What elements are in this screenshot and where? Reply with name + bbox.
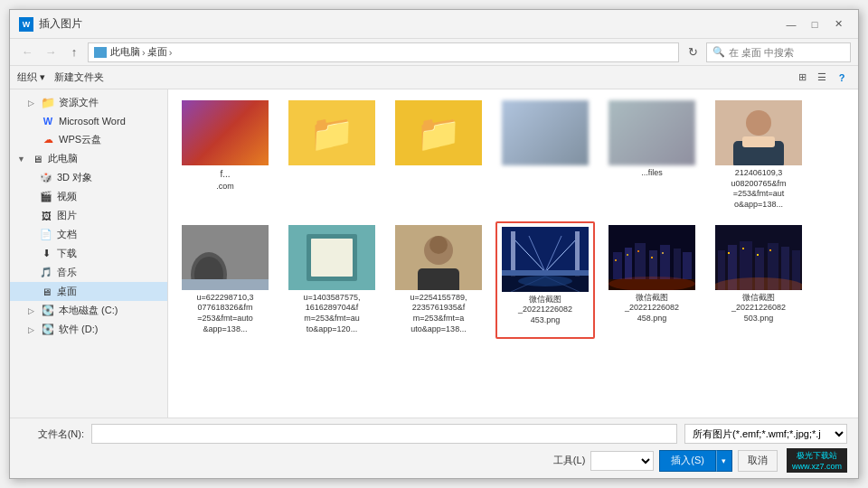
- sidebar-item-music[interactable]: 🎵 音乐: [10, 263, 167, 282]
- file-name: 微信截图_20221226082458.png: [625, 293, 679, 324]
- address-toolbar: ← → ↑ 此电脑 › 桌面 › ↻ 🔍: [10, 39, 858, 66]
- path-bar[interactable]: 此电脑 › 桌面 ›: [88, 42, 679, 62]
- svg-rect-13: [418, 268, 459, 290]
- insert-btn-group: 插入(S) ▾: [659, 450, 732, 472]
- view-buttons: ⊞ ☰ ?: [793, 69, 851, 87]
- sidebar-item-wps[interactable]: ☁ WPS云盘: [10, 130, 167, 149]
- list-item[interactable]: u=1403587575,1616289704&fm=253&fmt=auto&…: [282, 221, 382, 339]
- path-part-1: 此电脑: [110, 45, 140, 59]
- svg-rect-38: [637, 250, 639, 252]
- file-thumbnail: [715, 100, 802, 165]
- list-item[interactable]: f....com: [175, 97, 275, 214]
- new-folder-button[interactable]: 新建文件夹: [54, 70, 104, 84]
- documents-icon: 📄: [39, 229, 53, 241]
- expand-icon: ▼: [17, 155, 26, 164]
- list-item[interactable]: 微信截图_20221226082503.png: [709, 221, 808, 339]
- sidebar: ▷ 📁 资源文件 W Microsoft Word ☁ WPS云盘 ▼ 🖥 此电…: [10, 89, 168, 418]
- svg-rect-10: [311, 239, 353, 277]
- disk-c-icon: 💽: [41, 305, 55, 317]
- list-item[interactable]: [495, 97, 595, 214]
- sidebar-item-disk-c[interactable]: ▷ 💽 本地磁盘 (C:): [10, 301, 167, 320]
- sidebar-label-music: 音乐: [57, 266, 77, 279]
- tools-dropdown[interactable]: [590, 451, 654, 471]
- list-item[interactable]: 微信截图_20221226082453.png: [495, 221, 595, 339]
- grid-view-button[interactable]: ⊞: [793, 69, 811, 87]
- dialog-title: 插入图片: [39, 16, 82, 32]
- sidebar-item-downloads[interactable]: ⬇ 下载: [10, 244, 167, 263]
- title-bar-left: W 插入图片: [19, 16, 82, 32]
- sidebar-label-3d: 3D 对象: [57, 171, 92, 184]
- file-thumbnail: [609, 225, 695, 290]
- svg-rect-7: [182, 279, 269, 290]
- file-name: 212406109,3u08200765&fm=253&fmt=auto&app…: [731, 168, 786, 211]
- insert-button[interactable]: 插入(S): [659, 450, 716, 472]
- filename-row: 文件名(N): 所有图片(*.emf;*.wmf;*.jpg;*.j: [21, 424, 847, 444]
- svg-rect-40: [662, 252, 664, 254]
- list-item[interactable]: 微信截图_20221226082458.png: [602, 221, 702, 339]
- list-view-button[interactable]: ☰: [813, 69, 831, 87]
- list-item[interactable]: 📁: [282, 97, 382, 214]
- list-item[interactable]: 212406109,3u08200765&fm=253&fmt=auto&app…: [709, 97, 808, 214]
- action-bar: 组织 ▾ 新建文件夹 ⊞ ☰ ?: [10, 66, 858, 89]
- filename-input[interactable]: [91, 424, 677, 444]
- organize-button[interactable]: 组织 ▾: [17, 70, 45, 84]
- minimize-button[interactable]: —: [780, 15, 802, 33]
- music-icon: 🎵: [39, 267, 53, 279]
- back-button[interactable]: ←: [17, 42, 37, 62]
- file-thumbnail: [715, 225, 802, 290]
- expand-icon: ▷: [28, 325, 37, 334]
- watermark-url: www.xz7.com: [792, 462, 842, 471]
- up-button[interactable]: ↑: [64, 42, 84, 62]
- sidebar-label-disk-d: 软件 (D:): [59, 323, 98, 336]
- svg-rect-37: [627, 254, 628, 256]
- path-part-2: 桌面: [147, 45, 167, 59]
- svg-rect-36: [615, 259, 617, 261]
- sidebar-item-msword[interactable]: W Microsoft Word: [10, 112, 167, 130]
- help-button[interactable]: ?: [833, 69, 851, 87]
- file-thumbnail: [609, 100, 695, 165]
- desktop-icon: 🖥: [39, 286, 53, 298]
- list-item[interactable]: 📁: [389, 97, 488, 214]
- list-item[interactable]: u=622298710,3077618326&fm=253&fmt=auto&a…: [175, 221, 275, 339]
- file-area: f....com 📁 📁: [168, 89, 858, 418]
- filename-label: 文件名(N):: [21, 427, 84, 441]
- list-item[interactable]: u=2254155789,2235761935&fm=253&fmt=auto&…: [389, 221, 488, 339]
- sidebar-label-desktop: 桌面: [57, 285, 77, 298]
- watermark: 极光下载站 www.xz7.com: [787, 448, 847, 473]
- path-computer-icon: [94, 47, 107, 58]
- search-input[interactable]: [729, 47, 844, 58]
- file-thumbnail: [395, 225, 482, 290]
- sidebar-label-videos: 视频: [57, 190, 77, 203]
- search-box[interactable]: 🔍: [706, 42, 851, 62]
- sidebar-item-videos[interactable]: 🎬 视频: [10, 187, 167, 206]
- word-icon: W: [41, 115, 55, 127]
- watermark-site: 极光下载站: [797, 450, 837, 462]
- sidebar-item-resources[interactable]: ▷ 📁 资源文件: [10, 93, 167, 112]
- file-thumbnail: [502, 100, 589, 165]
- folder-icon: 📁: [41, 97, 55, 109]
- 3d-icon: 🎲: [39, 172, 53, 184]
- cancel-button[interactable]: 取消: [738, 450, 778, 472]
- svg-rect-56: [769, 249, 771, 251]
- video-icon: 🎬: [39, 191, 53, 203]
- sidebar-label-msword: Microsoft Word: [59, 116, 126, 127]
- refresh-button[interactable]: ↻: [683, 42, 703, 62]
- sidebar-item-3dobjects[interactable]: 🎲 3D 对象: [10, 168, 167, 187]
- sidebar-item-desktop[interactable]: 🖥 桌面: [10, 282, 167, 301]
- close-button[interactable]: ✕: [827, 15, 849, 33]
- maximize-button[interactable]: □: [804, 15, 826, 33]
- list-item[interactable]: ...files: [602, 97, 702, 214]
- sidebar-item-disk-d[interactable]: ▷ 💽 软件 (D:): [10, 320, 167, 339]
- forward-button[interactable]: →: [41, 42, 61, 62]
- dialog-icon: W: [19, 17, 33, 32]
- svg-point-1: [746, 110, 771, 136]
- file-name: 微信截图_20221226082503.png: [731, 293, 786, 324]
- expand-icon: ▷: [28, 99, 37, 108]
- insert-dropdown-arrow[interactable]: ▾: [716, 450, 732, 472]
- sidebar-item-pictures[interactable]: 🖼 图片: [10, 206, 167, 225]
- sidebar-item-documents[interactable]: 📄 文档: [10, 225, 167, 244]
- sidebar-item-thispc[interactable]: ▼ 🖥 此电脑: [10, 149, 167, 168]
- file-name: u=622298710,3077618326&fm=253&fmt=auto&a…: [197, 293, 254, 335]
- filetype-select[interactable]: 所有图片(*.emf;*.wmf;*.jpg;*.j: [684, 424, 847, 444]
- svg-rect-55: [757, 254, 759, 256]
